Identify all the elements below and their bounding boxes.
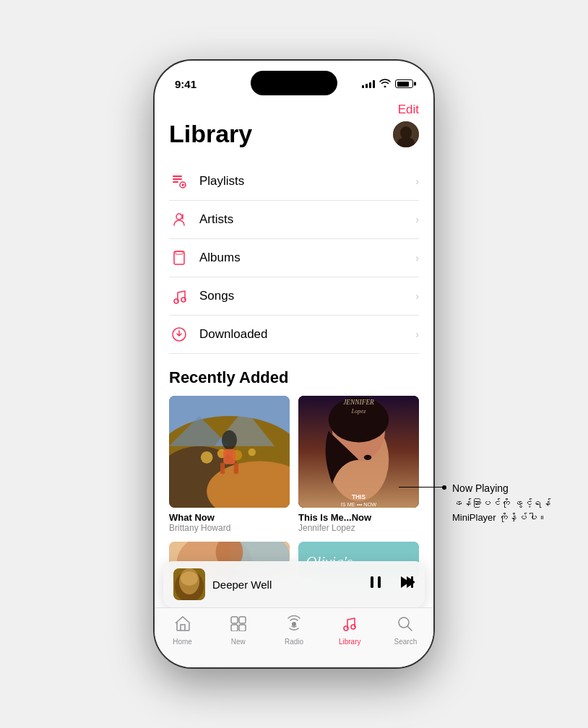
library-menu: Playlists › Artists › xyxy=(169,162,419,354)
artists-label: Artists xyxy=(199,212,415,227)
downloaded-icon xyxy=(169,324,189,344)
svg-rect-55 xyxy=(231,617,238,623)
album-art-jennifer: JENNIFER Lopez THIS IS ME ••• NOW xyxy=(298,396,419,508)
avatar[interactable] xyxy=(393,121,419,147)
album-grid: What Now Brittany Howard xyxy=(169,396,419,533)
svg-rect-3 xyxy=(173,176,182,177)
svg-rect-5 xyxy=(173,181,178,183)
artists-icon xyxy=(169,209,189,230)
svg-point-49 xyxy=(181,571,198,586)
album-art-what-now xyxy=(169,396,290,508)
album-card-jennifer[interactable]: JENNIFER Lopez THIS IS ME ••• NOW This I… xyxy=(298,396,419,533)
tab-new[interactable]: New xyxy=(210,615,266,646)
playlists-icon xyxy=(169,171,189,191)
svg-rect-28 xyxy=(234,463,238,474)
menu-item-downloaded[interactable]: Downloaded › xyxy=(169,316,419,354)
album-artist-jennifer: Jennifer Lopez xyxy=(298,523,419,533)
tab-library[interactable]: Library xyxy=(322,615,378,646)
albums-chevron: › xyxy=(415,252,419,264)
svg-point-22 xyxy=(248,448,256,456)
svg-marker-7 xyxy=(182,183,185,186)
edit-button-row: Edit xyxy=(169,103,419,117)
downloaded-label: Downloaded xyxy=(199,327,415,342)
tab-new-label: New xyxy=(231,638,246,646)
signal-icon xyxy=(362,79,375,88)
svg-rect-27 xyxy=(220,463,225,474)
svg-point-19 xyxy=(201,451,213,464)
mini-player-title: Deeper Well xyxy=(212,578,360,591)
songs-icon xyxy=(169,286,189,306)
search-icon xyxy=(397,615,414,636)
svg-rect-57 xyxy=(231,625,238,631)
annotation-dot xyxy=(442,485,446,490)
songs-label: Songs xyxy=(199,289,415,303)
mini-player[interactable]: Deeper Well xyxy=(163,561,425,607)
svg-rect-51 xyxy=(378,576,381,588)
skip-forward-button[interactable] xyxy=(397,573,415,595)
svg-rect-54 xyxy=(411,576,413,588)
tab-radio[interactable]: Radio xyxy=(266,615,321,646)
mini-player-art xyxy=(173,568,205,600)
tab-home[interactable]: Home xyxy=(155,615,210,646)
menu-item-artists[interactable]: Artists › xyxy=(169,201,419,239)
tab-home-label: Home xyxy=(173,638,192,646)
svg-line-63 xyxy=(407,626,412,630)
tab-search-label: Search xyxy=(394,638,418,646)
menu-item-playlists[interactable]: Playlists › xyxy=(169,162,419,201)
svg-text:IS ME ••• NOW: IS ME ••• NOW xyxy=(341,501,377,508)
mini-player-info: Deeper Well xyxy=(212,578,360,591)
albums-icon xyxy=(169,248,189,268)
page-title: Library xyxy=(169,120,252,148)
menu-item-albums[interactable]: Albums › xyxy=(169,239,419,277)
songs-chevron: › xyxy=(415,290,419,302)
new-icon xyxy=(230,615,247,636)
svg-point-34 xyxy=(346,455,353,460)
menu-item-songs[interactable]: Songs › xyxy=(169,277,419,316)
svg-rect-26 xyxy=(223,449,235,464)
content-area: Edit Library xyxy=(155,97,433,607)
status-time: 9:41 xyxy=(175,78,196,90)
mini-player-controls xyxy=(367,573,415,595)
tab-search[interactable]: Search xyxy=(378,615,433,646)
svg-rect-56 xyxy=(239,617,246,623)
tab-bar: Home New xyxy=(155,607,433,667)
svg-point-59 xyxy=(292,622,296,626)
svg-rect-4 xyxy=(173,178,182,180)
album-title-what-now: What Now xyxy=(169,512,290,523)
svg-marker-53 xyxy=(407,576,415,588)
annotation-text: Now Playing ဖန်သားပြင်ကို ဖွင့်ရန် MiniP… xyxy=(452,481,551,524)
album-card-what-now[interactable]: What Now Brittany Howard xyxy=(169,396,290,533)
svg-text:Lopez: Lopez xyxy=(351,408,367,415)
playlists-label: Playlists xyxy=(199,174,415,188)
playlists-chevron: › xyxy=(415,176,419,187)
battery-icon xyxy=(395,79,413,88)
page-title-row: Library xyxy=(169,120,419,148)
svg-text:THIS: THIS xyxy=(352,493,366,500)
svg-rect-50 xyxy=(371,576,373,588)
album-title-jennifer: This Is Me...Now xyxy=(298,512,419,523)
svg-point-25 xyxy=(222,430,237,450)
artists-chevron: › xyxy=(415,214,419,225)
tab-radio-label: Radio xyxy=(285,638,303,646)
library-icon xyxy=(341,615,358,636)
pause-button[interactable] xyxy=(367,573,384,595)
recently-added-title: Recently Added xyxy=(169,368,419,387)
downloaded-chevron: › xyxy=(415,329,419,340)
svg-text:JENNIFER: JENNIFER xyxy=(343,399,374,406)
status-icons xyxy=(362,79,413,90)
tab-library-label: Library xyxy=(339,638,361,646)
svg-rect-58 xyxy=(239,625,246,631)
album-artist-what-now: Brittany Howard xyxy=(169,523,290,533)
dynamic-island xyxy=(251,71,337,95)
svg-point-8 xyxy=(176,214,182,220)
edit-button[interactable]: Edit xyxy=(398,103,419,116)
annotation: Now Playing ဖန်သားပြင်ကို ဖွင့်ရန် MiniP… xyxy=(442,481,587,524)
home-icon xyxy=(174,615,191,636)
svg-point-35 xyxy=(364,455,371,460)
radio-icon xyxy=(285,615,303,636)
albums-label: Albums xyxy=(199,251,415,265)
wifi-icon xyxy=(379,79,391,90)
phone-frame: 9:41 xyxy=(153,59,435,669)
